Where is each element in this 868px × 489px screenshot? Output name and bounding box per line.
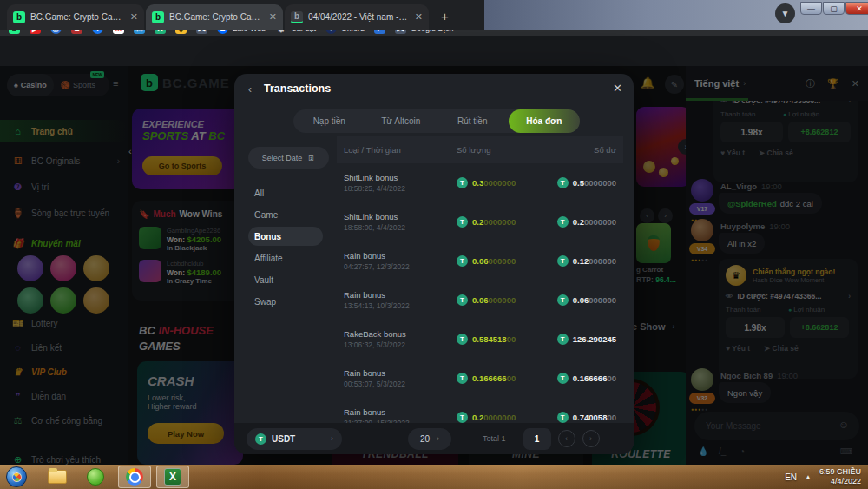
category-affiliate[interactable]: Affiliate [248, 248, 323, 268]
explorer-taskbar-icon[interactable] [48, 470, 67, 484]
category-label: Swap [254, 297, 276, 307]
screen: b BC.Game: Crypto Casino Games ✕ b BC.Ga… [0, 0, 868, 489]
table-row[interactable]: Rain bonus13:54:13, 10/3/2022 T0.0600000… [337, 281, 623, 320]
table-header: Loại / Thời gian Số lượng Số dư [337, 136, 623, 163]
category-label: Vault [254, 275, 273, 285]
tx-type: ShitLink bonus [344, 173, 457, 182]
tx-amount-zeros: 0000000 [483, 413, 516, 422]
chevron-right-icon: › [331, 434, 333, 443]
bcgame-favicon: b [13, 11, 25, 23]
tx-balance: 0.12 [573, 256, 589, 266]
tab-search-icon[interactable]: ▼ [775, 3, 795, 23]
modal-title: Transactions [264, 83, 331, 95]
select-date-button[interactable]: Select Date 🗓 [248, 147, 329, 169]
taskbar-clock[interactable]: 6:59 CHIỀU 4/4/2022 [819, 467, 861, 487]
tx-amount: 0.584518 [472, 334, 507, 344]
tab-deposit[interactable]: Nạp tiền [293, 109, 365, 133]
table-row[interactable]: RakeBack bonus13:06:32, 5/3/2022 T0.5845… [337, 320, 623, 359]
current-page[interactable]: 1 [523, 428, 551, 450]
tx-amount-zeros: 000000 [489, 256, 516, 266]
tx-time: 18:58:25, 4/4/2022 [344, 184, 457, 193]
window-maximize-button[interactable]: ▢ [823, 2, 845, 15]
page-size-selector[interactable]: 20 › [408, 428, 451, 450]
windows-flag-icon [10, 470, 23, 484]
category-vault[interactable]: Vault [248, 270, 323, 289]
header-balance: Số dư [594, 145, 616, 155]
window-minimize-button[interactable]: — [800, 2, 822, 15]
start-button[interactable] [6, 466, 27, 487]
header-type: Loại / Thời gian [344, 145, 457, 155]
tx-balance-zeros: 00 [607, 373, 616, 383]
clock-time: 6:59 CHIỀU [819, 467, 861, 477]
category-label: All [254, 188, 264, 198]
usdt-icon: T [457, 334, 468, 345]
system-tray: EN ▲ 6:59 CHIỀU 4/4/2022 [785, 465, 861, 489]
tx-amount-zeros: 0000000 [483, 217, 516, 227]
category-all[interactable]: All [248, 183, 323, 202]
category-label: Bonus [254, 232, 281, 241]
tx-balance: 0.2 [573, 217, 584, 227]
tab-close-icon[interactable]: ✕ [415, 12, 423, 22]
tx-type: Rain bonus [344, 251, 457, 261]
chrome-taskbar-icon[interactable] [126, 468, 143, 486]
modal-close-icon[interactable]: ✕ [613, 82, 622, 95]
tx-balance-zeros: 00 [607, 413, 616, 422]
browser-tab-2-active[interactable]: b BC.Game: Crypto Casino Games ✕ [146, 4, 283, 30]
usdt-icon: T [557, 334, 569, 345]
table-row[interactable]: Rain bonus21:27:00, 15/2/2022 T0.2000000… [337, 398, 623, 423]
tx-time: 04:27:57, 12/3/2022 [344, 262, 457, 271]
page-size-value: 20 [420, 434, 430, 444]
transactions-table: ShitLink bonus18:58:25, 4/4/2022 T0.3000… [337, 163, 623, 423]
table-row[interactable]: Rain bonus00:53:07, 5/3/2022 T0.16666600… [337, 359, 623, 398]
modal-footer: T USDT › 20 › Total 1 1 ‹ › [234, 423, 634, 454]
usdt-icon: T [557, 177, 569, 188]
next-page-icon[interactable]: › [582, 430, 600, 447]
table-row[interactable]: ShitLink bonus18:58:00, 4/4/2022 T0.2000… [337, 202, 623, 241]
tray-expand-icon[interactable]: ▲ [805, 473, 812, 481]
tab-close-icon[interactable]: ✕ [269, 12, 277, 22]
language-indicator[interactable]: EN [785, 472, 797, 482]
category-game[interactable]: Game [248, 205, 323, 224]
usdt-icon: T [557, 294, 569, 306]
select-date-label: Select Date [262, 154, 303, 162]
table-row[interactable]: Rain bonus04:27:57, 12/3/2022 T0.0600000… [337, 241, 623, 281]
clock-date: 4/4/2022 [819, 477, 861, 486]
browser-tab-3[interactable]: b 04/04/2022 - Việt nam - BC.Gam ✕ [285, 4, 429, 30]
usdt-icon: T [255, 433, 266, 445]
usdt-icon: T [557, 255, 569, 267]
tx-balance: 126.290245 [573, 334, 616, 344]
coccoc-taskbar-icon[interactable] [87, 468, 104, 486]
category-bonus[interactable]: Bonus [248, 227, 323, 246]
window-close-button[interactable]: ✕ [845, 2, 868, 15]
tx-amount-zeros: 00 [507, 334, 516, 344]
bcgame-favicon: b [152, 11, 164, 23]
tab-from-altcoin[interactable]: Từ Altcoin [365, 109, 437, 133]
tx-amount-zeros: 000000 [489, 295, 516, 305]
tx-time: 13:54:13, 10/3/2022 [344, 301, 457, 310]
tx-time: 18:58:00, 4/4/2022 [344, 223, 457, 232]
tab-withdraw[interactable]: Rút tiền [437, 109, 509, 133]
currency-selector[interactable]: T USDT › [247, 428, 342, 450]
category-label: Affiliate [254, 254, 283, 263]
usdt-icon: T [457, 177, 468, 188]
tx-balance: 0.740058 [573, 413, 608, 422]
usdt-icon: T [457, 255, 468, 267]
table-row[interactable]: ShitLink bonus18:58:25, 4/4/2022 T0.3000… [337, 163, 623, 202]
tab-close-icon[interactable]: ✕ [130, 12, 138, 22]
browser-tab-1[interactable]: b BC.Game: Crypto Casino Games ✕ [7, 4, 144, 30]
usdt-icon: T [557, 216, 569, 228]
tx-amount-zeros: 0000000 [483, 178, 516, 188]
tx-amount: 0.2 [472, 413, 483, 422]
tx-balance-zeros: 0000000 [584, 217, 616, 227]
excel-taskbar-icon[interactable]: X [164, 468, 181, 486]
tx-type: Rain bonus [344, 368, 457, 378]
tx-amount-zeros: 00 [507, 373, 516, 383]
tab-bill[interactable]: Hóa đơn [509, 109, 581, 133]
usdt-icon: T [457, 412, 468, 423]
new-tab-button[interactable]: + [436, 7, 454, 25]
tx-type: Rain bonus [344, 290, 457, 300]
tx-type: ShitLink bonus [344, 212, 457, 221]
prev-page-icon[interactable]: ‹ [558, 430, 575, 447]
modal-back-icon[interactable]: ‹ [248, 83, 252, 96]
category-swap[interactable]: Swap [248, 292, 323, 311]
